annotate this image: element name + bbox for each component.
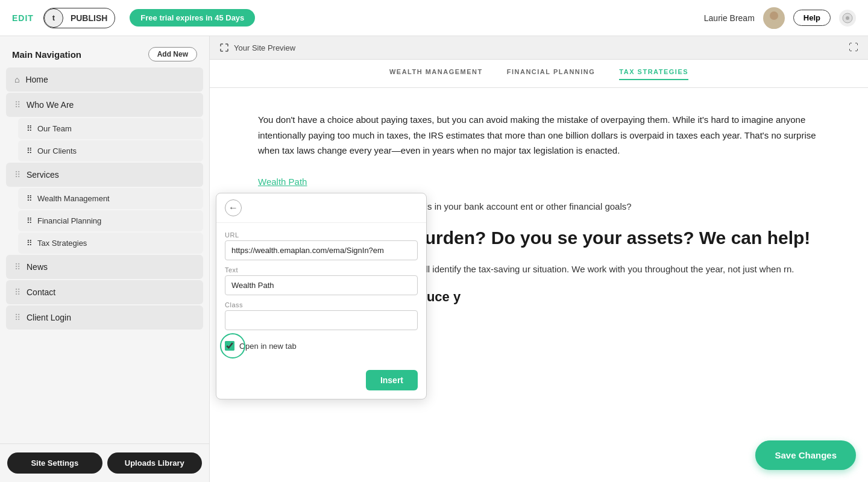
sidebar-title: Main Navigation: [12, 49, 81, 60]
nav-list: ⌂ Home ⠿ Who We Are ⠿ Our Team ⠿ Our Cli…: [0, 67, 209, 443]
sidebar-item-our-clients-label: Our Clients: [37, 146, 77, 155]
site-nav-wealth-management[interactable]: WEALTH MANAGEMENT: [389, 68, 483, 80]
url-input[interactable]: [225, 240, 418, 260]
arrows-icon: [219, 43, 229, 52]
sidebar-item-our-clients[interactable]: ⠿ Our Clients: [18, 140, 203, 161]
sidebar-item-client-login-label: Client Login: [27, 313, 71, 322]
edit-button[interactable]: EDIT: [12, 13, 34, 23]
help-button[interactable]: Help: [793, 10, 831, 26]
notification-icon[interactable]: [839, 10, 856, 27]
sidebar-item-our-team-label: Our Team: [37, 124, 72, 133]
sidebar-item-wealth-management-label: Wealth Management: [37, 194, 110, 203]
save-changes-button[interactable]: Save Changes: [755, 440, 856, 470]
site-nav: WEALTH MANAGEMENT FINANCIAL PLANNING TAX…: [210, 60, 868, 88]
preview-area: Your Site Preview ⛶ WEALTH MANAGEMENT FI…: [210, 36, 868, 482]
drag-icon: ⠿: [27, 124, 33, 133]
text-input[interactable]: [225, 275, 418, 295]
sidebar-item-financial-planning[interactable]: ⠿ Financial Planning: [18, 210, 203, 231]
drag-icon: ⠿: [27, 194, 33, 203]
top-bar-right: Laurie Bream Help: [704, 7, 856, 29]
open-new-tab-label[interactable]: Open in new tab: [239, 342, 297, 351]
drag-icon: ⠿: [14, 313, 20, 322]
site-nav-tax-strategies[interactable]: TAX STRATEGIES: [619, 68, 688, 80]
site-nav-financial-planning[interactable]: FINANCIAL PLANNING: [507, 68, 596, 80]
drag-icon: ⠿: [14, 100, 20, 110]
uploads-library-button[interactable]: Uploads Library: [107, 452, 203, 474]
class-field-group: Class: [225, 301, 418, 330]
expand-icon[interactable]: ⛶: [849, 42, 858, 53]
drag-icon: ⠿: [14, 287, 20, 297]
drag-icon: ⠿: [27, 216, 33, 225]
publish-label: PUBLISH: [63, 13, 115, 23]
trial-badge[interactable]: Free trial expires in 45 Days: [130, 9, 255, 27]
link-popup: ← URL Text Class: [216, 193, 427, 399]
sidebar-item-news-label: News: [27, 262, 48, 272]
sidebar-item-who-we-are[interactable]: ⠿ Who We Are: [6, 93, 203, 117]
popup-body: URL Text Class Open in new tab: [216, 223, 426, 364]
sidebar-footer: Site Settings Uploads Library: [0, 443, 209, 482]
sidebar-item-wealth-management[interactable]: ⠿ Wealth Management: [18, 188, 203, 209]
content-paragraph-1: You don't have a choice about paying tax…: [258, 112, 820, 158]
main-layout: Main Navigation Add New ⌂ Home ⠿ Who We …: [0, 36, 868, 482]
sidebar-item-home[interactable]: ⌂ Home: [6, 67, 203, 92]
sidebar: Main Navigation Add New ⌂ Home ⠿ Who We …: [0, 36, 210, 482]
add-new-button[interactable]: Add New: [148, 47, 197, 61]
preview-label: Your Site Preview: [219, 43, 295, 52]
popup-header: ←: [216, 193, 426, 223]
publish-icon: t: [44, 8, 63, 28]
sidebar-item-client-login[interactable]: ⠿ Client Login: [6, 305, 203, 330]
class-input[interactable]: [225, 310, 418, 330]
drag-icon: ⠿: [14, 262, 20, 272]
site-nav-items: WEALTH MANAGEMENT FINANCIAL PLANNING TAX…: [210, 68, 868, 87]
drag-icon: ⠿: [27, 239, 33, 248]
url-field-group: URL: [225, 231, 418, 260]
home-icon: ⌂: [14, 75, 19, 84]
sidebar-item-tax-strategies-label: Tax Strategies: [37, 239, 87, 248]
wealth-path-link[interactable]: Wealth Path: [258, 177, 820, 187]
text-field-group: Text: [225, 266, 418, 295]
back-arrow-button[interactable]: ←: [225, 199, 242, 216]
url-label: URL: [225, 231, 418, 239]
avatar[interactable]: [763, 7, 785, 29]
site-settings-button[interactable]: Site Settings: [7, 452, 102, 474]
sidebar-item-contact-label: Contact: [27, 287, 55, 297]
svg-point-2: [770, 11, 778, 20]
class-label: Class: [225, 301, 418, 308]
drag-icon: ⠿: [27, 146, 33, 155]
top-bar: EDIT t PUBLISH Free trial expires in 45 …: [0, 0, 868, 36]
sidebar-item-services[interactable]: ⠿ Services: [6, 163, 203, 187]
svg-point-1: [766, 21, 782, 29]
sidebar-item-our-team[interactable]: ⠿ Our Team: [18, 118, 203, 139]
publish-button[interactable]: t PUBLISH: [43, 8, 115, 28]
user-name: Laurie Bream: [704, 13, 755, 23]
preview-topbar: Your Site Preview ⛶: [210, 36, 868, 60]
svg-point-4: [846, 16, 849, 20]
text-label: Text: [225, 266, 418, 274]
open-new-tab-checkbox[interactable]: [225, 341, 234, 351]
sidebar-item-tax-strategies[interactable]: ⠿ Tax Strategies: [18, 233, 203, 254]
sidebar-item-services-label: Services: [27, 170, 59, 180]
sidebar-item-home-label: Home: [25, 75, 48, 84]
sidebar-item-who-we-are-label: Who We Are: [27, 100, 74, 110]
drag-icon: ⠿: [14, 170, 20, 180]
popup-footer: Insert: [216, 364, 426, 399]
sidebar-header: Main Navigation Add New: [0, 36, 209, 67]
sidebar-item-financial-planning-label: Financial Planning: [37, 216, 101, 225]
sidebar-item-news[interactable]: ⠿ News: [6, 255, 203, 279]
sidebar-item-contact[interactable]: ⠿ Contact: [6, 280, 203, 304]
open-new-tab-row: Open in new tab: [225, 336, 418, 355]
insert-button[interactable]: Insert: [366, 370, 418, 390]
